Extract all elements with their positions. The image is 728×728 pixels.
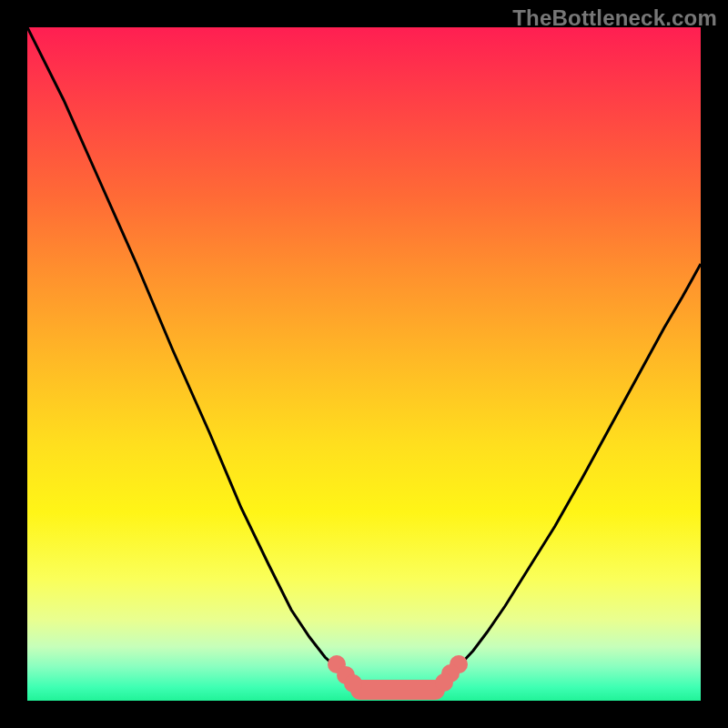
chart-area xyxy=(27,27,701,701)
right-curve xyxy=(435,264,701,690)
beads-left xyxy=(328,655,362,693)
chart-svg xyxy=(27,27,701,701)
beads-right xyxy=(435,655,468,692)
left-curve xyxy=(27,27,360,690)
bead xyxy=(435,673,453,692)
bead xyxy=(344,674,362,693)
